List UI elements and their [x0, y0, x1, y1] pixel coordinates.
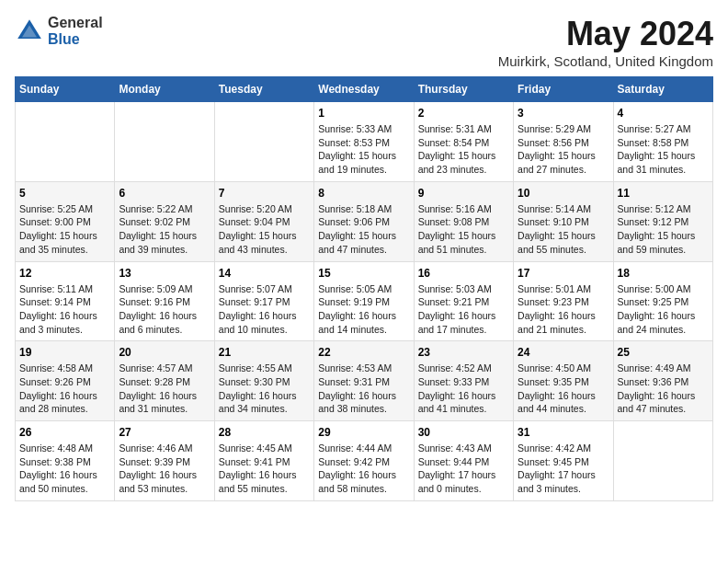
- calendar-cell: 12Sunrise: 5:11 AM Sunset: 9:14 PM Dayli…: [16, 261, 115, 341]
- day-number: 13: [119, 267, 210, 280]
- calendar-cell: 29Sunrise: 4:44 AM Sunset: 9:42 PM Dayli…: [314, 421, 414, 501]
- calendar-cell: 11Sunrise: 5:12 AM Sunset: 9:12 PM Dayli…: [613, 181, 712, 261]
- col-sunday: Sunday: [16, 77, 115, 102]
- day-detail: Sunrise: 4:43 AM Sunset: 9:44 PM Dayligh…: [418, 442, 509, 496]
- calendar-cell: [613, 421, 712, 501]
- day-detail: Sunrise: 5:12 AM Sunset: 9:12 PM Dayligh…: [618, 202, 709, 257]
- month-title: May 2024: [498, 15, 713, 53]
- day-detail: Sunrise: 4:58 AM Sunset: 9:26 PM Dayligh…: [19, 362, 110, 416]
- day-detail: Sunrise: 4:48 AM Sunset: 9:38 PM Dayligh…: [19, 442, 110, 496]
- day-detail: Sunrise: 5:16 AM Sunset: 9:08 PM Dayligh…: [418, 202, 509, 257]
- logo-text: General Blue: [48, 15, 103, 47]
- calendar-cell: 30Sunrise: 4:43 AM Sunset: 9:44 PM Dayli…: [414, 421, 513, 501]
- day-number: 9: [418, 187, 509, 200]
- col-thursday: Thursday: [414, 77, 513, 102]
- calendar-cell: 27Sunrise: 4:46 AM Sunset: 9:39 PM Dayli…: [115, 421, 214, 501]
- day-detail: Sunrise: 4:55 AM Sunset: 9:30 PM Dayligh…: [219, 362, 310, 416]
- calendar-cell: 24Sunrise: 4:50 AM Sunset: 9:35 PM Dayli…: [514, 341, 613, 421]
- day-detail: Sunrise: 4:49 AM Sunset: 9:36 PM Dayligh…: [618, 362, 709, 416]
- day-number: 7: [219, 187, 310, 200]
- day-detail: Sunrise: 5:14 AM Sunset: 9:10 PM Dayligh…: [518, 202, 609, 257]
- col-wednesday: Wednesday: [314, 77, 414, 102]
- calendar-cell: 17Sunrise: 5:01 AM Sunset: 9:23 PM Dayli…: [514, 261, 613, 341]
- day-detail: Sunrise: 5:01 AM Sunset: 9:23 PM Dayligh…: [518, 282, 609, 337]
- day-detail: Sunrise: 5:31 AM Sunset: 8:54 PM Dayligh…: [418, 122, 509, 177]
- day-number: 3: [518, 107, 609, 120]
- day-detail: Sunrise: 5:00 AM Sunset: 9:25 PM Dayligh…: [618, 282, 709, 337]
- title-area: May 2024 Muirkirk, Scotland, United King…: [498, 15, 713, 69]
- day-detail: Sunrise: 5:33 AM Sunset: 8:53 PM Dayligh…: [318, 122, 409, 177]
- logo-icon: [15, 17, 44, 46]
- calendar-cell: 4Sunrise: 5:27 AM Sunset: 8:58 PM Daylig…: [613, 102, 712, 182]
- day-number: 28: [219, 426, 310, 439]
- day-number: 21: [219, 346, 310, 359]
- day-detail: Sunrise: 5:03 AM Sunset: 9:21 PM Dayligh…: [418, 282, 509, 337]
- day-detail: Sunrise: 5:05 AM Sunset: 9:19 PM Dayligh…: [318, 282, 409, 337]
- day-number: 24: [518, 346, 609, 359]
- day-detail: Sunrise: 4:45 AM Sunset: 9:41 PM Dayligh…: [219, 442, 310, 496]
- day-number: 31: [518, 426, 609, 439]
- day-detail: Sunrise: 4:57 AM Sunset: 9:28 PM Dayligh…: [119, 362, 210, 416]
- col-monday: Monday: [115, 77, 214, 102]
- day-number: 22: [318, 346, 409, 359]
- calendar-cell: 8Sunrise: 5:18 AM Sunset: 9:06 PM Daylig…: [314, 181, 414, 261]
- day-number: 2: [418, 107, 509, 120]
- calendar-cell: 14Sunrise: 5:07 AM Sunset: 9:17 PM Dayli…: [214, 261, 313, 341]
- day-number: 17: [518, 267, 609, 280]
- calendar-cell: 18Sunrise: 5:00 AM Sunset: 9:25 PM Dayli…: [613, 261, 712, 341]
- day-number: 23: [418, 346, 509, 359]
- day-detail: Sunrise: 5:22 AM Sunset: 9:02 PM Dayligh…: [119, 202, 210, 257]
- col-saturday: Saturday: [613, 77, 712, 102]
- day-number: 18: [618, 267, 709, 280]
- calendar-cell: 26Sunrise: 4:48 AM Sunset: 9:38 PM Dayli…: [16, 421, 115, 501]
- day-number: 6: [119, 187, 210, 200]
- calendar-cell: 9Sunrise: 5:16 AM Sunset: 9:08 PM Daylig…: [414, 181, 513, 261]
- day-detail: Sunrise: 4:42 AM Sunset: 9:45 PM Dayligh…: [518, 442, 609, 496]
- calendar-cell: 3Sunrise: 5:29 AM Sunset: 8:56 PM Daylig…: [514, 102, 613, 182]
- calendar-week-row: 1Sunrise: 5:33 AM Sunset: 8:53 PM Daylig…: [16, 102, 713, 182]
- day-number: 27: [119, 426, 210, 439]
- day-detail: Sunrise: 5:11 AM Sunset: 9:14 PM Dayligh…: [19, 282, 110, 337]
- day-number: 12: [19, 267, 110, 280]
- page-header: General Blue May 2024 Muirkirk, Scotland…: [15, 15, 713, 69]
- calendar-cell: 6Sunrise: 5:22 AM Sunset: 9:02 PM Daylig…: [115, 181, 214, 261]
- calendar-week-row: 12Sunrise: 5:11 AM Sunset: 9:14 PM Dayli…: [16, 261, 713, 341]
- day-detail: Sunrise: 4:52 AM Sunset: 9:33 PM Dayligh…: [418, 362, 509, 416]
- calendar-cell: 19Sunrise: 4:58 AM Sunset: 9:26 PM Dayli…: [16, 341, 115, 421]
- day-number: 19: [19, 346, 110, 359]
- day-number: 20: [119, 346, 210, 359]
- day-detail: Sunrise: 5:27 AM Sunset: 8:58 PM Dayligh…: [618, 122, 709, 177]
- calendar-cell: 28Sunrise: 4:45 AM Sunset: 9:41 PM Dayli…: [214, 421, 313, 501]
- day-detail: Sunrise: 5:20 AM Sunset: 9:04 PM Dayligh…: [219, 202, 310, 257]
- day-number: 16: [418, 267, 509, 280]
- calendar-cell: 15Sunrise: 5:05 AM Sunset: 9:19 PM Dayli…: [314, 261, 414, 341]
- col-tuesday: Tuesday: [214, 77, 313, 102]
- logo-general-text: General: [48, 15, 103, 31]
- day-number: 11: [618, 187, 709, 200]
- calendar-cell: 2Sunrise: 5:31 AM Sunset: 8:54 PM Daylig…: [414, 102, 513, 182]
- calendar-cell: 13Sunrise: 5:09 AM Sunset: 9:16 PM Dayli…: [115, 261, 214, 341]
- day-number: 25: [618, 346, 709, 359]
- day-number: 8: [318, 187, 409, 200]
- calendar-cell: 16Sunrise: 5:03 AM Sunset: 9:21 PM Dayli…: [414, 261, 513, 341]
- day-number: 10: [518, 187, 609, 200]
- day-detail: Sunrise: 4:44 AM Sunset: 9:42 PM Dayligh…: [318, 442, 409, 496]
- calendar-cell: 20Sunrise: 4:57 AM Sunset: 9:28 PM Dayli…: [115, 341, 214, 421]
- calendar-body: 1Sunrise: 5:33 AM Sunset: 8:53 PM Daylig…: [16, 102, 713, 501]
- calendar-week-row: 26Sunrise: 4:48 AM Sunset: 9:38 PM Dayli…: [16, 421, 713, 501]
- calendar-cell: 31Sunrise: 4:42 AM Sunset: 9:45 PM Dayli…: [514, 421, 613, 501]
- calendar-cell: 10Sunrise: 5:14 AM Sunset: 9:10 PM Dayli…: [514, 181, 613, 261]
- calendar-cell: 25Sunrise: 4:49 AM Sunset: 9:36 PM Dayli…: [613, 341, 712, 421]
- weekday-header-row: Sunday Monday Tuesday Wednesday Thursday…: [16, 77, 713, 102]
- calendar-cell: [115, 102, 214, 182]
- calendar-cell: 7Sunrise: 5:20 AM Sunset: 9:04 PM Daylig…: [214, 181, 313, 261]
- day-detail: Sunrise: 5:29 AM Sunset: 8:56 PM Dayligh…: [518, 122, 609, 177]
- day-number: 26: [19, 426, 110, 439]
- day-number: 15: [318, 267, 409, 280]
- day-detail: Sunrise: 4:53 AM Sunset: 9:31 PM Dayligh…: [318, 362, 409, 416]
- calendar-cell: 1Sunrise: 5:33 AM Sunset: 8:53 PM Daylig…: [314, 102, 414, 182]
- day-number: 29: [318, 426, 409, 439]
- day-detail: Sunrise: 5:18 AM Sunset: 9:06 PM Dayligh…: [318, 202, 409, 257]
- calendar-cell: 23Sunrise: 4:52 AM Sunset: 9:33 PM Dayli…: [414, 341, 513, 421]
- day-detail: Sunrise: 4:46 AM Sunset: 9:39 PM Dayligh…: [119, 442, 210, 496]
